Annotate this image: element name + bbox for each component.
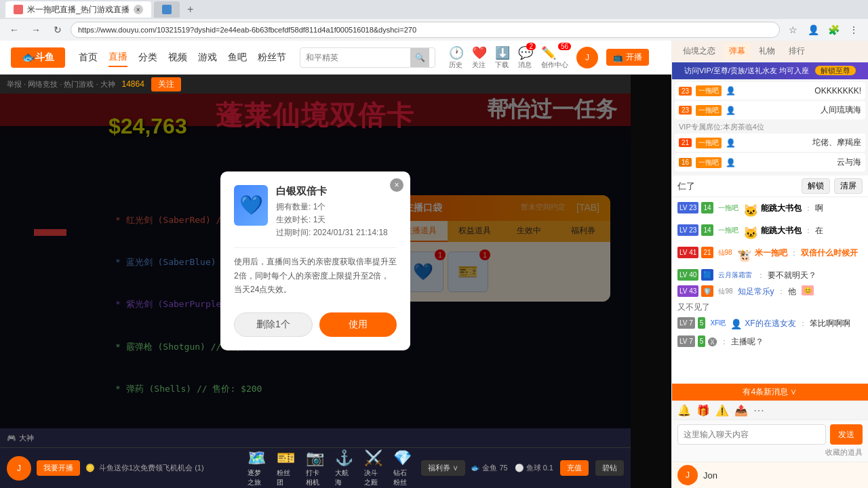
send-button[interactable]: 发送	[830, 424, 863, 445]
nav-live[interactable]: 直播	[108, 48, 127, 67]
tab-close-icon[interactable]: ×	[134, 5, 143, 14]
creator-label: 创作中心	[541, 60, 568, 70]
go-live-button[interactable]: 📺 开播	[606, 49, 649, 66]
clear-screen-button[interactable]: 清屏	[834, 178, 863, 194]
sidebar-tabs: 仙境之恋 弹幕 礼物 排行	[677, 43, 863, 59]
anchor-card-2: 21 一拖吧 👤 坨佬、摩羯座	[675, 134, 865, 152]
new-tab-button[interactable]: +	[182, 1, 199, 18]
anchor-card-0: 23 一拖吧 👤 OKKKKKKK!	[675, 82, 865, 100]
chat-colon-4: ：	[777, 285, 785, 298]
save-tool-link[interactable]: 收藏的道具	[677, 447, 863, 458]
sidebar-tab-1[interactable]: 弹幕	[724, 43, 751, 59]
follow-button[interactable]: 关注	[151, 77, 181, 92]
unlock-button[interactable]: 解锁	[802, 178, 830, 194]
new-messages-bar[interactable]: 有4条新消息 ∨	[672, 384, 868, 401]
chat-message-6: LV 7 5 🅧 ： 主播呢？	[677, 333, 863, 352]
chat-guild-2: 仙98	[716, 247, 734, 258]
dialog-duration: 生效时长: 1天	[276, 214, 388, 226]
gift-label-1: 粉丝团	[277, 468, 295, 487]
anchor-text-3: 云与海	[837, 157, 861, 168]
smiley-badge-4: 😊	[802, 285, 814, 296]
user-avatar[interactable]: J	[576, 47, 598, 68]
profile-icon[interactable]: 👤	[804, 21, 822, 39]
broadcast-button[interactable]: 我要开播	[37, 460, 80, 476]
gift-item-2[interactable]: 📷 打卡相机	[302, 448, 328, 489]
forward-button[interactable]: →	[27, 21, 45, 39]
nav-category[interactable]: 分类	[138, 49, 157, 66]
chat-messages-area: LV 23 14 一拖吧 🐱 能跳大书包 ： 啊 LV 23 14 一拖吧 🐱 …	[672, 197, 868, 384]
chat-guild-4: 仙98	[716, 285, 734, 297]
active-tab[interactable]: 米一拖吧直播_热门游戏直播 ×	[5, 1, 151, 18]
search-bar[interactable]: 🔍	[300, 47, 435, 68]
fishball-icon: ⚪	[515, 464, 524, 472]
sidebar-tab-0[interactable]: 仙境之恋	[677, 43, 721, 59]
anchor-text-2: 坨佬、摩羯座	[812, 137, 861, 148]
extension-icon[interactable]: 🧩	[825, 21, 842, 39]
sidebar-tab-3[interactable]: 排行	[783, 43, 810, 59]
gift-item-1[interactable]: 🎫 粉丝团	[273, 448, 299, 489]
cyan-diamond-button[interactable]: 碧钻	[595, 460, 624, 476]
tab-favicon	[14, 5, 23, 14]
chat-lv-5: LV 7	[677, 317, 695, 329]
chat-guild-icon-6: 5	[698, 336, 706, 347]
chat-text-4: 他	[788, 285, 796, 298]
chat-input-field[interactable]	[677, 424, 826, 445]
chat-text-1: 在	[815, 224, 823, 237]
nav-video[interactable]: 视频	[168, 49, 187, 66]
gift-item-3[interactable]: ⚓ 大航海	[331, 448, 357, 489]
chat-colon-5: ：	[799, 317, 807, 329]
search-input[interactable]	[306, 53, 410, 62]
chat-username-1: 能跳大书包	[761, 224, 802, 237]
nav-home[interactable]: 首页	[79, 49, 98, 66]
menu-icon[interactable]: ⋮	[845, 21, 863, 39]
gift-item-4[interactable]: ⚔️ 决斗之殿	[360, 448, 387, 489]
gift-icon-1: 🎫	[277, 449, 295, 467]
download-action[interactable]: ⬇️ 下载	[495, 45, 510, 70]
back-button[interactable]: ←	[5, 21, 23, 39]
vip-unlock-button[interactable]: 解锁至尊	[815, 66, 856, 75]
gift-tool-icon[interactable]: 🎁	[696, 404, 710, 417]
anchor-name-1: 人间琉璃海	[821, 104, 861, 116]
share-tool-icon[interactable]: 📤	[734, 404, 748, 417]
search-button[interactable]: 🔍	[410, 48, 429, 67]
gift-label-2: 打卡相机	[306, 468, 324, 487]
nav-game[interactable]: 游戏	[198, 49, 217, 66]
inactive-tab[interactable]	[154, 1, 180, 18]
user-name-bottom: Jon	[703, 470, 717, 481]
coin-icon: 🪙	[85, 464, 95, 472]
dialog-close-icon[interactable]: ×	[390, 178, 403, 192]
dialog-confirm-button[interactable]: 使用	[319, 312, 397, 337]
gift-item-0[interactable]: 🗺️ 逐梦之旅	[243, 448, 270, 489]
creator-action[interactable]: ✏️ 创作中心 56	[541, 45, 568, 70]
nav-fishpond[interactable]: 鱼吧	[228, 49, 247, 66]
notification-action[interactable]: 💬 消息 2	[518, 45, 533, 70]
reload-button[interactable]: ↻	[49, 21, 66, 39]
sidebar-tab-2[interactable]: 礼物	[753, 43, 781, 59]
chat-guild-icon-2: 21	[701, 247, 713, 258]
anchor-icon-wrap-3: 👤	[726, 158, 833, 167]
nav-fanfest[interactable]: 粉丝节	[258, 49, 286, 66]
report-tool-icon[interactable]: ⚠️	[715, 404, 729, 417]
coupon-button[interactable]: 福利券 ∨	[421, 460, 465, 476]
douyu-logo: 🐟 斗鱼	[11, 47, 65, 68]
gift-item-5[interactable]: 💎 钻石粉丝	[389, 448, 416, 489]
recharge-button[interactable]: 充值	[560, 460, 589, 476]
address-bar[interactable]: https://www.douyu.com/10321519?dyshid=2e…	[71, 22, 780, 38]
chat-avatar-icon-1: 🐱	[743, 224, 758, 243]
vip-text: 访问VIP/至尊/贡族/送礼水友 均可入座	[684, 66, 809, 75]
chat-controls: 仁了 解锁 清屏	[672, 176, 868, 197]
more-tool-icon[interactable]: ⋯	[753, 404, 764, 417]
chat-text-0: 啊	[815, 202, 823, 214]
chat-guild-icon-0: 14	[701, 202, 713, 214]
chat-text-2: 双倍什么时候开	[801, 247, 858, 259]
sound-tool-icon[interactable]: 🔔	[677, 404, 691, 417]
url-text: https://www.douyu.com/10321519?dyshid=2e…	[78, 26, 416, 34]
history-action[interactable]: 🕐 历史	[449, 45, 464, 70]
dialog-cancel-button[interactable]: 删除1个	[234, 312, 313, 337]
sub-label-0: 大神	[19, 433, 34, 443]
gift-icon-5: 💎	[393, 449, 412, 467]
heart-icon: ❤️	[472, 45, 487, 60]
viewer-count: 14864	[122, 79, 144, 89]
follow-action[interactable]: ❤️ 关注	[472, 45, 487, 70]
bookmark-icon[interactable]: ☆	[784, 21, 802, 39]
